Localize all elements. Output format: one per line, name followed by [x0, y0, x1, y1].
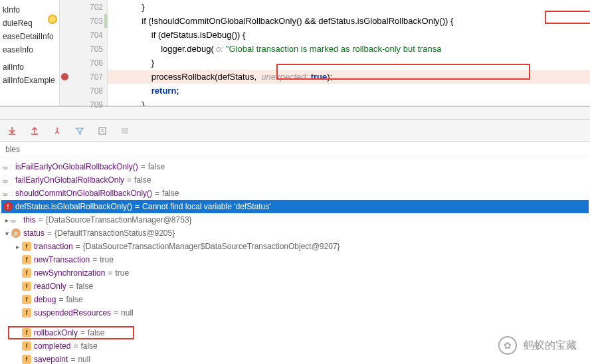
debug-toolbar	[0, 120, 590, 142]
variable-row[interactable]: ▸ ∞ this = {DataSourceTransactionManager…	[1, 213, 589, 227]
code-line[interactable]: }	[108, 56, 590, 70]
tree-item[interactable]: ailInfoExample	[0, 74, 59, 87]
list-icon[interactable]	[120, 126, 130, 136]
line-number: 709	[90, 100, 103, 110]
svg-rect-0	[99, 128, 106, 134]
line-number: 705	[90, 45, 103, 54]
variable-row[interactable]: f newTransaction = true	[1, 253, 589, 266]
editor-gutter: 702 703 704 705 706 707 708 709	[60, 0, 108, 106]
watch-icon: ∞	[11, 216, 21, 224]
variable-row[interactable]: f debug = false	[1, 293, 589, 306]
line-number: 704	[90, 31, 103, 40]
field-icon: f	[22, 341, 31, 351]
tree-item[interactable]: easeDetailInfo	[0, 30, 59, 43]
field-icon: f	[22, 268, 31, 278]
watch-icon: ∞	[3, 189, 13, 197]
variables-tab[interactable]: bles	[0, 142, 590, 157]
expand-icon[interactable]: ▸	[13, 243, 21, 250]
field-icon: f	[22, 308, 31, 318]
filter-icon[interactable]	[74, 126, 85, 136]
code-editor[interactable]: } if (!shouldCommitOnGlobalRollbackOnly(…	[108, 0, 590, 106]
line-number: 708	[90, 86, 103, 96]
code-line[interactable]: }	[108, 98, 590, 106]
breakpoint-icon[interactable]	[61, 73, 68, 80]
code-line[interactable]: logger.debug( o: "Global transaction is …	[108, 42, 590, 56]
field-icon: f	[22, 282, 31, 291]
error-icon: !	[3, 202, 13, 211]
intention-bulb-icon[interactable]	[48, 15, 57, 24]
variable-row[interactable]: ▸ f transaction = {DataSourceTransaction…	[1, 240, 589, 253]
watch-icon: ∞	[3, 163, 13, 171]
variables-panel[interactable]: ∞ isFailEarlyOnGlobalRollbackOnly() = fa…	[0, 157, 590, 364]
variable-row[interactable]: f readOnly = false	[1, 280, 589, 293]
line-number: 706	[90, 58, 103, 68]
tree-item[interactable]: ailInfo	[0, 60, 59, 74]
vcs-modified-marker	[104, 14, 107, 28]
field-icon: f	[22, 295, 31, 304]
code-line[interactable]: return;	[108, 84, 590, 98]
expand-icon[interactable]: ▸	[3, 217, 11, 224]
line-number: 703	[90, 17, 103, 26]
field-icon: f	[22, 255, 31, 264]
upload-icon[interactable]	[29, 126, 40, 136]
parameter-icon: p	[11, 228, 21, 238]
branch-icon[interactable]	[52, 126, 62, 136]
code-line[interactable]: processRollback(defStatus, unexpected: t…	[108, 70, 590, 84]
download-icon[interactable]	[7, 126, 17, 136]
watermark-text: 蚂蚁的宝藏	[524, 339, 577, 353]
wechat-icon: ✿	[498, 336, 517, 355]
variable-row[interactable]: ∞ isFailEarlyOnGlobalRollbackOnly() = fa…	[1, 160, 589, 173]
variable-row[interactable]: ∞ shouldCommitOnGlobalRollbackOnly() = f…	[1, 187, 589, 200]
variable-row[interactable]: ∞ failEarlyOnGlobalRollbackOnly = false	[1, 173, 589, 187]
line-number: 702	[90, 3, 103, 12]
variable-row-error[interactable]: ! defStatus.isGlobalRollbackOnly() = Can…	[1, 200, 589, 213]
tree-item[interactable]: easeInfo	[0, 43, 59, 56]
line-number: 707	[90, 72, 103, 82]
calculator-icon[interactable]	[97, 126, 108, 136]
watermark: ✿ 蚂蚁的宝藏	[498, 336, 577, 355]
variable-row[interactable]: f suspendedResources = null	[1, 306, 589, 319]
watch-icon: ∞	[3, 176, 13, 184]
code-line[interactable]: if (defStatus.isDebug()) {	[108, 28, 590, 42]
field-icon: f	[22, 242, 31, 251]
variable-row[interactable]: f newSynchronization = true	[1, 266, 589, 280]
code-line[interactable]: }	[108, 0, 590, 14]
variable-row[interactable]: ▾ p status = {DefaultTransactionStatus@9…	[1, 227, 589, 240]
code-line[interactable]: if (!shouldCommitOnGlobalRollbackOnly() …	[108, 14, 590, 28]
field-icon: f	[22, 328, 31, 337]
field-icon: f	[22, 355, 31, 364]
collapse-icon[interactable]: ▾	[3, 230, 11, 237]
